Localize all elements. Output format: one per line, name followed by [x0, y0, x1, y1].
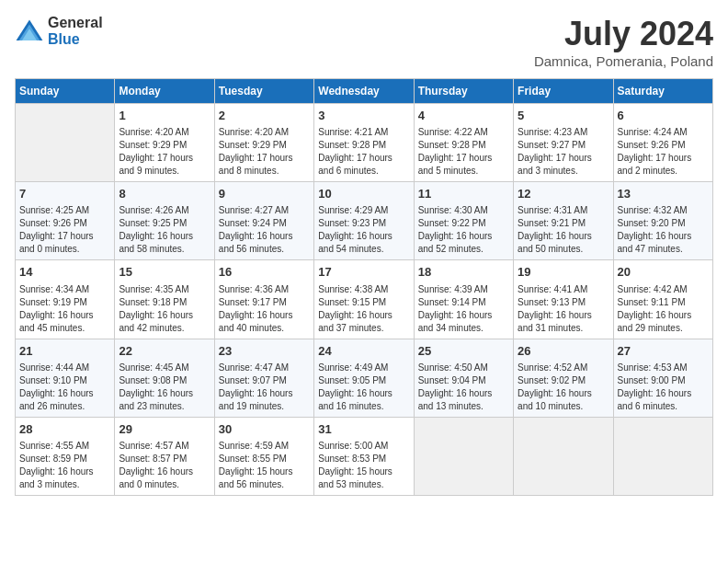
day-info: Sunrise: 4:25 AM Sunset: 9:26 PM Dayligh…	[19, 204, 110, 256]
day-number: 6	[618, 108, 709, 124]
day-number: 31	[318, 421, 409, 438]
calendar-cell: 17Sunrise: 4:38 AM Sunset: 9:15 PM Dayli…	[314, 260, 414, 339]
page-header: General Blue July 2024 Damnica, Pomerani…	[15, 15, 713, 69]
day-info: Sunrise: 4:44 AM Sunset: 9:10 PM Dayligh…	[19, 362, 110, 413]
day-info: Sunrise: 5:00 AM Sunset: 8:53 PM Dayligh…	[318, 440, 409, 491]
day-number: 8	[119, 186, 210, 202]
calendar-cell: 4Sunrise: 4:22 AM Sunset: 9:28 PM Daylig…	[414, 104, 513, 182]
day-info: Sunrise: 4:20 AM Sunset: 9:29 PM Dayligh…	[219, 126, 310, 178]
day-number: 26	[518, 343, 609, 360]
day-info: Sunrise: 4:22 AM Sunset: 9:28 PM Dayligh…	[418, 126, 509, 178]
day-info: Sunrise: 4:23 AM Sunset: 9:27 PM Dayligh…	[518, 126, 609, 178]
calendar-cell: 18Sunrise: 4:39 AM Sunset: 9:14 PM Dayli…	[414, 260, 513, 339]
day-info: Sunrise: 4:42 AM Sunset: 9:11 PM Dayligh…	[618, 283, 709, 335]
weekday-header: Thursday	[414, 79, 513, 104]
calendar-cell: 10Sunrise: 4:29 AM Sunset: 9:23 PM Dayli…	[314, 182, 414, 260]
day-info: Sunrise: 4:32 AM Sunset: 9:20 PM Dayligh…	[618, 204, 709, 256]
logo: General Blue	[15, 15, 103, 48]
month-year: July 2024	[534, 15, 713, 53]
day-info: Sunrise: 4:47 AM Sunset: 9:07 PM Dayligh…	[219, 362, 310, 413]
location: Damnica, Pomerania, Poland	[534, 53, 713, 69]
day-info: Sunrise: 4:34 AM Sunset: 9:19 PM Dayligh…	[19, 283, 110, 335]
calendar-cell	[613, 417, 712, 495]
day-number: 19	[518, 264, 609, 281]
logo-icon	[15, 18, 44, 44]
calendar-cell	[16, 104, 115, 182]
day-info: Sunrise: 4:45 AM Sunset: 9:08 PM Dayligh…	[119, 362, 210, 413]
calendar-cell: 15Sunrise: 4:35 AM Sunset: 9:18 PM Dayli…	[115, 260, 214, 339]
calendar-cell: 25Sunrise: 4:50 AM Sunset: 9:04 PM Dayli…	[414, 339, 513, 417]
day-number: 17	[318, 264, 409, 281]
calendar-cell: 26Sunrise: 4:52 AM Sunset: 9:02 PM Dayli…	[514, 339, 613, 417]
day-number: 28	[19, 421, 110, 438]
day-info: Sunrise: 4:41 AM Sunset: 9:13 PM Dayligh…	[518, 283, 609, 335]
calendar-cell: 3Sunrise: 4:21 AM Sunset: 9:28 PM Daylig…	[314, 104, 414, 182]
calendar-cell: 21Sunrise: 4:44 AM Sunset: 9:10 PM Dayli…	[16, 339, 115, 417]
calendar-cell: 28Sunrise: 4:55 AM Sunset: 8:59 PM Dayli…	[16, 417, 115, 495]
calendar-cell: 31Sunrise: 5:00 AM Sunset: 8:53 PM Dayli…	[314, 417, 414, 495]
calendar-cell: 30Sunrise: 4:59 AM Sunset: 8:55 PM Dayli…	[214, 417, 313, 495]
day-number: 24	[318, 343, 409, 360]
day-info: Sunrise: 4:26 AM Sunset: 9:25 PM Dayligh…	[119, 204, 210, 256]
logo-text: General Blue	[48, 15, 103, 48]
day-info: Sunrise: 4:31 AM Sunset: 9:21 PM Dayligh…	[518, 204, 609, 256]
calendar-cell: 13Sunrise: 4:32 AM Sunset: 9:20 PM Dayli…	[613, 182, 712, 260]
day-number: 20	[618, 264, 709, 281]
day-number: 9	[219, 186, 310, 202]
day-info: Sunrise: 4:55 AM Sunset: 8:59 PM Dayligh…	[19, 440, 110, 491]
day-number: 23	[219, 343, 310, 360]
day-info: Sunrise: 4:50 AM Sunset: 9:04 PM Dayligh…	[418, 362, 509, 413]
day-info: Sunrise: 4:21 AM Sunset: 9:28 PM Dayligh…	[318, 126, 409, 178]
calendar-cell: 24Sunrise: 4:49 AM Sunset: 9:05 PM Dayli…	[314, 339, 414, 417]
calendar-table: SundayMondayTuesdayWednesdayThursdayFrid…	[15, 78, 713, 496]
calendar-cell: 22Sunrise: 4:45 AM Sunset: 9:08 PM Dayli…	[115, 339, 214, 417]
calendar-cell: 6Sunrise: 4:24 AM Sunset: 9:26 PM Daylig…	[613, 104, 712, 182]
calendar-cell: 5Sunrise: 4:23 AM Sunset: 9:27 PM Daylig…	[514, 104, 613, 182]
calendar-cell: 14Sunrise: 4:34 AM Sunset: 9:19 PM Dayli…	[16, 260, 115, 339]
calendar-cell: 7Sunrise: 4:25 AM Sunset: 9:26 PM Daylig…	[16, 182, 115, 260]
day-number: 2	[219, 108, 310, 124]
calendar-cell: 16Sunrise: 4:36 AM Sunset: 9:17 PM Dayli…	[214, 260, 313, 339]
day-number: 15	[119, 264, 210, 281]
day-number: 29	[119, 421, 210, 438]
day-info: Sunrise: 4:36 AM Sunset: 9:17 PM Dayligh…	[219, 283, 310, 335]
day-info: Sunrise: 4:59 AM Sunset: 8:55 PM Dayligh…	[219, 440, 310, 491]
day-number: 16	[219, 264, 310, 281]
day-number: 27	[618, 343, 709, 360]
day-number: 3	[318, 108, 409, 124]
calendar-cell: 19Sunrise: 4:41 AM Sunset: 9:13 PM Dayli…	[514, 260, 613, 339]
calendar-header: SundayMondayTuesdayWednesdayThursdayFrid…	[16, 79, 713, 104]
weekday-header: Wednesday	[314, 79, 414, 104]
day-info: Sunrise: 4:24 AM Sunset: 9:26 PM Dayligh…	[618, 126, 709, 178]
day-number: 18	[418, 264, 509, 281]
day-number: 11	[418, 186, 509, 202]
day-info: Sunrise: 4:49 AM Sunset: 9:05 PM Dayligh…	[318, 362, 409, 413]
calendar-cell: 12Sunrise: 4:31 AM Sunset: 9:21 PM Dayli…	[514, 182, 613, 260]
calendar-cell: 1Sunrise: 4:20 AM Sunset: 9:29 PM Daylig…	[115, 104, 214, 182]
day-number: 30	[219, 421, 310, 438]
day-number: 7	[19, 186, 110, 202]
calendar-cell	[414, 417, 513, 495]
day-info: Sunrise: 4:35 AM Sunset: 9:18 PM Dayligh…	[119, 283, 210, 335]
weekday-header: Saturday	[613, 79, 712, 104]
weekday-header: Tuesday	[214, 79, 313, 104]
day-info: Sunrise: 4:53 AM Sunset: 9:00 PM Dayligh…	[618, 362, 709, 413]
day-info: Sunrise: 4:27 AM Sunset: 9:24 PM Dayligh…	[219, 204, 310, 256]
calendar-cell: 8Sunrise: 4:26 AM Sunset: 9:25 PM Daylig…	[115, 182, 214, 260]
day-number: 4	[418, 108, 509, 124]
day-number: 14	[19, 264, 110, 281]
day-number: 12	[518, 186, 609, 202]
day-info: Sunrise: 4:38 AM Sunset: 9:15 PM Dayligh…	[318, 283, 409, 335]
calendar-cell: 11Sunrise: 4:30 AM Sunset: 9:22 PM Dayli…	[414, 182, 513, 260]
calendar-cell: 20Sunrise: 4:42 AM Sunset: 9:11 PM Dayli…	[613, 260, 712, 339]
day-number: 13	[618, 186, 709, 202]
day-number: 5	[518, 108, 609, 124]
day-info: Sunrise: 4:30 AM Sunset: 9:22 PM Dayligh…	[418, 204, 509, 256]
day-number: 21	[19, 343, 110, 360]
day-info: Sunrise: 4:39 AM Sunset: 9:14 PM Dayligh…	[418, 283, 509, 335]
calendar-cell: 29Sunrise: 4:57 AM Sunset: 8:57 PM Dayli…	[115, 417, 214, 495]
calendar-cell: 23Sunrise: 4:47 AM Sunset: 9:07 PM Dayli…	[214, 339, 313, 417]
calendar-cell: 9Sunrise: 4:27 AM Sunset: 9:24 PM Daylig…	[214, 182, 313, 260]
calendar-cell	[514, 417, 613, 495]
day-info: Sunrise: 4:29 AM Sunset: 9:23 PM Dayligh…	[318, 204, 409, 256]
